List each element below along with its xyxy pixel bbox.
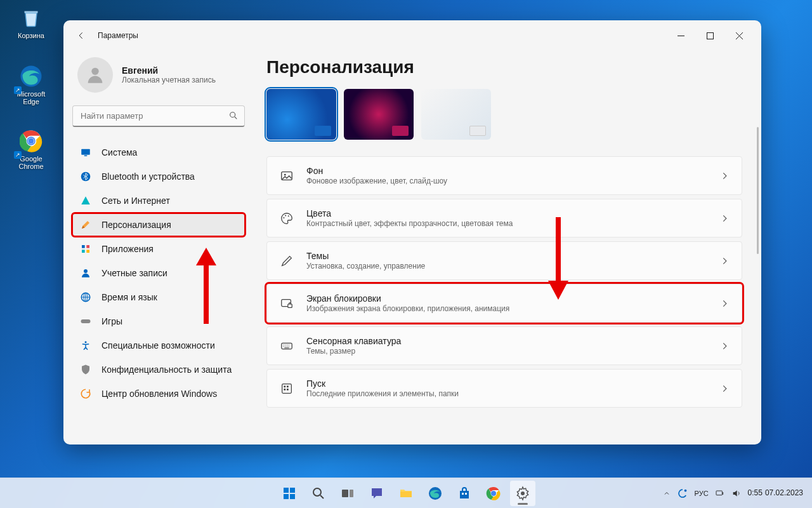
svg-rect-36 [290, 494, 295, 499]
svg-rect-26 [288, 304, 292, 307]
nav-item-bluetooth[interactable]: Bluetooth и устройства [72, 165, 245, 188]
chevron-right-icon [720, 214, 729, 223]
card-title: Фон [306, 166, 707, 176]
card-sub: Установка, создание, управление [306, 262, 707, 271]
nav-item-system[interactable]: Система [72, 141, 245, 164]
svg-rect-43 [465, 493, 467, 495]
globe-icon [80, 291, 91, 303]
svg-rect-39 [350, 490, 353, 497]
card-colors[interactable]: ЦветаКонтрастный цвет, эффекты прозрачно… [266, 199, 742, 237]
desktop-icon-chrome[interactable]: Google Chrome [9, 128, 53, 170]
image-icon [280, 169, 294, 183]
card-themes[interactable]: ТемыУстановка, создание, управление [266, 241, 742, 280]
pen-icon [280, 254, 294, 268]
palette-icon [280, 211, 294, 225]
apps-icon [80, 243, 91, 255]
svg-rect-29 [284, 385, 285, 387]
card-lock-screen[interactable]: Экран блокировкиИзображения экрана блоки… [266, 284, 742, 323]
taskbar-store[interactable] [452, 481, 477, 506]
titlebar: Параметры [63, 20, 761, 51]
window-title: Параметры [98, 31, 138, 40]
svg-rect-33 [284, 488, 289, 493]
svg-rect-30 [287, 385, 289, 387]
theme-thumb-2[interactable] [344, 89, 414, 140]
lock-screen-icon [280, 297, 294, 311]
nav-item-network[interactable]: Сеть и Интернет [72, 189, 245, 212]
scrollbar[interactable] [757, 127, 759, 254]
nav-label: Специальные возможности [102, 340, 215, 351]
svg-point-46 [521, 491, 525, 495]
chevron-right-icon [720, 257, 729, 265]
taskbar-taskview[interactable] [335, 481, 360, 506]
svg-rect-5 [707, 32, 713, 39]
nav-label: Bluetooth и устройства [102, 171, 195, 182]
nav-label: Учетные записи [102, 268, 167, 278]
card-sub: Фоновое изображение, цвет, слайд-шоу [306, 177, 707, 185]
svg-rect-13 [82, 250, 85, 253]
wifi-icon [80, 195, 91, 206]
theme-thumb-3[interactable] [421, 89, 491, 140]
minimize-button[interactable] [666, 25, 695, 46]
tray-onedrive[interactable] [677, 488, 688, 499]
nav-item-privacy[interactable]: Конфиденциальность и защита [72, 358, 245, 381]
person-icon [80, 267, 91, 279]
taskbar-chat[interactable] [364, 481, 390, 506]
nav-item-apps[interactable]: Приложения [72, 237, 245, 260]
brush-icon [80, 219, 91, 231]
maximize-button[interactable] [695, 25, 724, 46]
nav-item-gaming[interactable]: Игры [72, 310, 245, 333]
card-touch-keyboard[interactable]: Сенсорная клавиатураТемы, размер [266, 326, 742, 365]
card-sub: Изображения экрана блокировки, приложени… [306, 304, 707, 313]
shortcut-badge-icon [14, 151, 22, 159]
nav-item-personalization[interactable]: Персонализация [72, 213, 245, 236]
user-block[interactable]: Евгений Локальная учетная запись [72, 51, 245, 105]
taskbar-center [277, 481, 535, 506]
nav-label: Приложения [102, 244, 154, 254]
user-name: Евгений [122, 65, 216, 76]
svg-rect-14 [86, 250, 89, 253]
nav-list: Система Bluetooth и устройства Сеть и Ин… [72, 141, 245, 405]
svg-point-19 [85, 341, 87, 343]
svg-point-6 [91, 68, 98, 75]
tray-language[interactable]: РУС [695, 490, 709, 497]
svg-point-4 [29, 138, 34, 144]
bluetooth-icon [80, 171, 91, 182]
taskbar-edge[interactable] [422, 481, 448, 506]
card-background[interactable]: ФонФоновое изображение, цвет, слайд-шоу [266, 156, 742, 195]
nav-item-accounts[interactable]: Учетные записи [72, 262, 245, 284]
nav-item-time-language[interactable]: Время и язык [72, 286, 245, 309]
desktop-icon-edge[interactable]: Microsoft Edge [9, 64, 53, 105]
theme-thumb-1[interactable] [266, 89, 336, 140]
svg-rect-34 [290, 488, 295, 493]
desktop-icon-recycle-bin[interactable]: Корзина [9, 5, 53, 39]
tray-network[interactable] [715, 488, 725, 498]
tray-volume[interactable] [731, 488, 742, 498]
page-heading: Персонализация [266, 57, 742, 77]
close-button[interactable] [724, 25, 754, 46]
taskbar: РУС 0:55 07.02.2023 [0, 478, 812, 508]
theme-thumbnails [266, 89, 742, 140]
chevron-right-icon [720, 171, 729, 180]
svg-rect-12 [86, 245, 89, 248]
taskbar-settings[interactable] [510, 481, 535, 506]
search-input[interactable] [72, 105, 245, 127]
svg-rect-38 [342, 490, 348, 497]
taskbar-explorer[interactable] [393, 481, 419, 506]
nav-item-accessibility[interactable]: Специальные возможности [72, 334, 245, 357]
sidebar: Евгений Локальная учетная запись Система… [63, 51, 254, 444]
taskbar-search[interactable] [306, 481, 331, 506]
svg-rect-11 [82, 245, 85, 248]
chevron-right-icon [720, 384, 729, 393]
taskbar-chrome[interactable] [481, 481, 506, 506]
nav-item-windows-update[interactable]: Центр обновления Windows [72, 382, 245, 405]
tray-overflow[interactable] [663, 490, 671, 497]
start-button[interactable] [277, 481, 302, 506]
system-icon [80, 147, 91, 158]
system-tray: РУС 0:55 07.02.2023 [663, 488, 812, 499]
svg-rect-35 [284, 494, 289, 499]
card-sub: Последние приложения и элементы, папки [306, 389, 707, 398]
tray-clock[interactable]: 0:55 07.02.2023 [748, 488, 803, 497]
chevron-right-icon [720, 299, 729, 308]
card-start[interactable]: ПускПоследние приложения и элементы, пап… [266, 369, 742, 408]
back-button[interactable] [71, 25, 91, 46]
